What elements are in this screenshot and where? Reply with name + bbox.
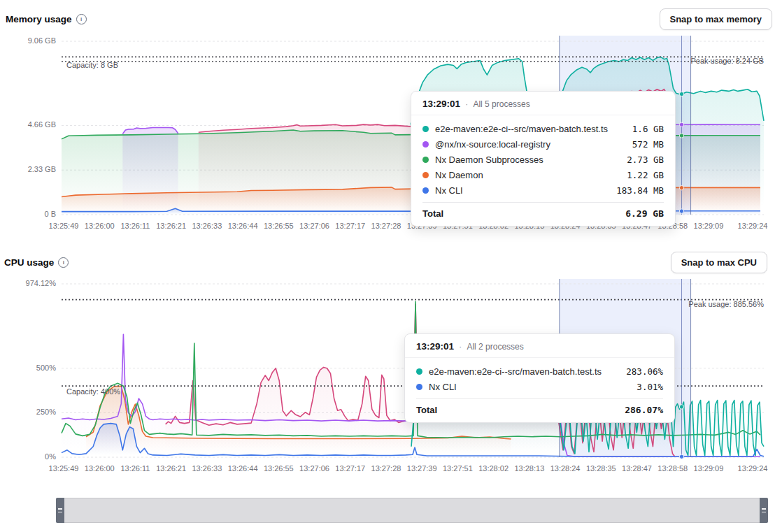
- x-axis-tick-label: 13:26:44: [228, 464, 258, 473]
- x-axis-tick-label: 13:26:11: [120, 222, 150, 230]
- x-axis-tick-label: 13:26:00: [85, 222, 115, 230]
- time-range-brush-track[interactable]: [56, 498, 768, 523]
- series-color-dot-icon: [422, 172, 429, 178]
- x-axis-tick-label: 13:26:33: [192, 222, 222, 230]
- x-axis-tick-label: 13:28:47: [622, 464, 652, 473]
- x-axis-tick-label: 13:27:28: [371, 222, 401, 230]
- tooltip-total-value: 6.29 GB: [625, 208, 664, 219]
- charts-canvas[interactable]: [0, 0, 782, 532]
- process-name: Nx CLI: [429, 382, 637, 392]
- snap-to-max-cpu-button[interactable]: Snap to max CPU: [671, 252, 767, 273]
- tooltip-time: 13:29:01: [416, 341, 454, 352]
- crosshair-marker: [679, 92, 683, 96]
- y-axis-tick-label: 2.33 GB: [0, 165, 56, 173]
- x-axis-tick-label: 13:26:11: [120, 464, 150, 473]
- series-color-dot-icon: [422, 126, 429, 132]
- tooltip-total-value: 286.07%: [625, 405, 663, 415]
- info-icon[interactable]: [58, 257, 69, 268]
- x-axis-tick-label: 13:27:17: [335, 464, 365, 473]
- tooltip-subtitle: All 2 processes: [467, 342, 523, 352]
- tooltip-rows: e2e-maven:e2e-ci--src/maven-batch.test.t…: [411, 115, 675, 202]
- process-name: Nx Daemon Subprocesses: [435, 154, 627, 165]
- x-axis-tick-label: 13:29:09: [694, 222, 724, 230]
- cpu-tooltip: 13:29:01 · All 2 processes e2e-maven:e2e…: [404, 333, 675, 423]
- tooltip-total-row: Total 6.29 GB: [422, 202, 664, 226]
- y-axis-tick-label: 250%: [0, 408, 56, 416]
- x-axis-tick-label: 13:25:49: [49, 464, 79, 473]
- process-value: 283.06%: [626, 366, 663, 377]
- snap-to-max-memory-button[interactable]: Snap to max memory: [660, 8, 773, 30]
- memory-usage-title: Memory usage: [6, 14, 87, 24]
- process-name: @nx/nx-source:local-registry: [435, 139, 632, 150]
- x-axis-tick-label: 13:26:21: [156, 222, 186, 230]
- tooltip-row: Nx CLI183.84 MB: [422, 182, 664, 198]
- tooltip-total-label: Total: [422, 208, 443, 219]
- process-value: 183.84 MB: [616, 185, 664, 196]
- x-axis-tick-label: 13:26:33: [192, 464, 222, 473]
- y-axis-tick-label: 0%: [0, 452, 56, 461]
- profiler-page: Memory usage Snap to max memory CPU usag…: [0, 0, 782, 532]
- process-value: 1.22 GB: [627, 170, 664, 180]
- process-value: 572 MB: [632, 139, 664, 150]
- series-color-dot-icon: [416, 384, 422, 390]
- series-color-dot-icon: [416, 368, 422, 375]
- x-axis-tick-label: 13:26:00: [85, 464, 115, 473]
- tooltip-total-row: Total 286.07%: [416, 398, 663, 422]
- y-axis-tick-label: 500%: [0, 364, 56, 372]
- y-axis-tick-label: 4.66 GB: [0, 120, 56, 129]
- cpu-peak-label: Peak usage: 885.56%: [688, 300, 764, 308]
- process-name: e2e-maven:e2e-ci--src/maven-batch.test.t…: [435, 124, 632, 134]
- crosshair-marker: [679, 454, 683, 459]
- tooltip-row: e2e-maven:e2e-ci--src/maven-batch.test.t…: [416, 364, 663, 379]
- series-color-dot-icon: [422, 141, 429, 148]
- tooltip-separator: ·: [465, 99, 468, 109]
- cpu-usage-title-label: CPU usage: [4, 257, 54, 268]
- tooltip-time: 13:29:01: [422, 99, 460, 109]
- x-axis-tick-label: 13:26:21: [156, 464, 186, 473]
- info-icon[interactable]: [76, 14, 87, 24]
- cpu-capacity-label: Capacity: 400%: [66, 387, 120, 396]
- x-axis-tick-label: 13:26:44: [228, 222, 258, 230]
- process-value: 2.73 GB: [627, 154, 664, 165]
- process-name: e2e-maven:e2e-ci--src/maven-batch.test.t…: [429, 366, 626, 377]
- y-axis-tick-label: 974.12%: [0, 279, 56, 287]
- series-color-dot-icon: [422, 187, 429, 194]
- process-value: 1.6 GB: [632, 124, 664, 134]
- x-axis-tick-label: 13:28:24: [550, 464, 581, 473]
- x-axis-tick-label: 13:29:24: [738, 464, 768, 473]
- cpu-usage-title: CPU usage: [4, 257, 69, 268]
- tooltip-row: Nx Daemon Subprocesses2.73 GB: [422, 152, 664, 167]
- x-axis-tick-label: 13:26:55: [264, 464, 294, 473]
- process-name: Nx Daemon: [435, 170, 627, 180]
- brush-handle-left[interactable]: [56, 498, 64, 523]
- process-value: 3.01%: [637, 382, 663, 392]
- tooltip-total-label: Total: [416, 405, 437, 415]
- x-axis-tick-label: 13:28:02: [478, 464, 509, 473]
- crosshair-marker: [679, 209, 683, 213]
- x-axis-tick-label: 13:28:58: [657, 464, 688, 473]
- tooltip-row: e2e-maven:e2e-ci--src/maven-batch.test.t…: [422, 121, 664, 136]
- y-axis-tick-label: 9.06 GB: [0, 36, 56, 45]
- x-axis-tick-label: 13:27:28: [371, 464, 401, 473]
- crosshair-marker: [679, 122, 683, 127]
- memory-usage-title-label: Memory usage: [6, 14, 72, 24]
- brush-handle-right[interactable]: [760, 498, 768, 523]
- tooltip-subtitle: All 5 processes: [473, 99, 529, 109]
- crosshair-marker: [679, 405, 683, 409]
- tooltip-row: Nx CLI3.01%: [416, 379, 663, 394]
- x-axis-tick-label: 13:29:09: [694, 464, 724, 473]
- tooltip-row: Nx Daemon1.22 GB: [422, 167, 664, 182]
- tooltip-header: 13:29:01 · All 2 processes: [405, 334, 674, 358]
- x-axis-tick-label: 13:27:39: [407, 464, 437, 473]
- memory-capacity-label: Capacity: 8 GB: [66, 61, 118, 69]
- x-axis-tick-label: 13:27:17: [335, 222, 365, 230]
- crosshair-marker: [679, 185, 683, 189]
- x-axis-tick-label: 13:28:35: [586, 464, 616, 473]
- x-axis-tick-label: 13:27:51: [443, 464, 473, 473]
- tooltip-separator: ·: [459, 341, 462, 352]
- x-axis-tick-label: 13:26:55: [264, 222, 294, 230]
- crosshair-marker: [679, 134, 683, 138]
- x-axis-tick-label: 13:28:13: [514, 464, 544, 473]
- memory-peak-label: Peak usage: 8.24 GB: [690, 57, 764, 65]
- x-axis-tick-label: 13:25:49: [49, 222, 79, 230]
